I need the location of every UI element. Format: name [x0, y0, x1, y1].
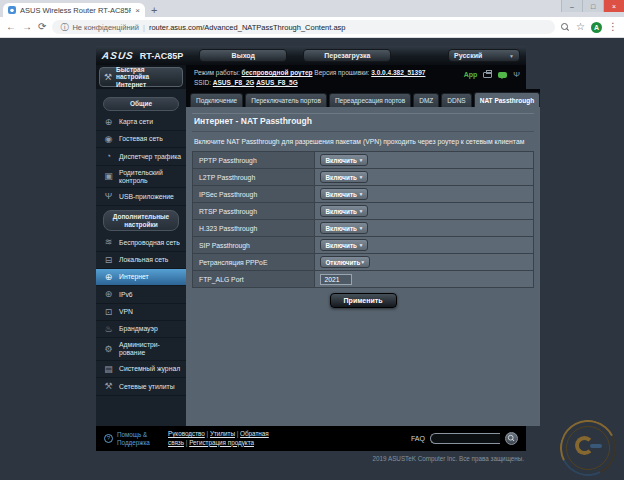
sidebar-item-network-tools[interactable]: ⚒ Сетевые утилиты [96, 378, 186, 395]
tab-ddns[interactable]: DDNS [441, 93, 471, 107]
tab-port-forwarding[interactable]: Переадресация портов [329, 93, 411, 107]
router-admin-app: ASUS RT-AC85P Выход Перезагрузка Русский… [96, 46, 526, 462]
chevron-down-icon: ▼ [358, 242, 363, 248]
menu-dots-icon[interactable]: ⋮ [608, 22, 618, 32]
tab-dmz[interactable]: DMZ [413, 93, 439, 107]
table-row: Ретрансляция PPPoE Отключить ▼ [193, 254, 533, 271]
chat-icon[interactable] [498, 72, 507, 78]
language-label: Русский [454, 52, 482, 59]
wan-tabs: Подключение Переключатель портов Переадр… [186, 89, 540, 107]
rtsp-passthrough-select[interactable]: Включить ▼ [320, 205, 368, 217]
chevron-down-icon: ▼ [358, 191, 363, 197]
row-label: SIP Passthrough [193, 237, 315, 253]
firmware-label: Версия прошивки: [314, 69, 369, 76]
sidebar-item-wan[interactable]: ⊕ Интернет [96, 269, 186, 286]
apply-button[interactable]: Применить [330, 293, 397, 308]
url-separator: | [143, 23, 145, 32]
back-icon[interactable]: ← [6, 22, 16, 32]
profile-avatar[interactable]: A [591, 22, 602, 33]
address-bar[interactable]: ⓘ Не конфіденційний | router.asus.com/Ad… [52, 20, 555, 34]
l2tp-passthrough-select[interactable]: Включить ▼ [320, 171, 368, 183]
pptp-passthrough-select[interactable]: Включить ▼ [320, 154, 368, 166]
faq-search-input[interactable] [430, 433, 500, 444]
sidebar-item-traffic-manager[interactable]: ◔ Диспетчер трафика [96, 148, 186, 165]
browser-tab[interactable]: ASUS Wireless Router RT-AC85P × [3, 3, 145, 17]
sidebar-item-wireless[interactable]: ≋ Беспроводная сеть [96, 234, 186, 251]
sidebar-item-label: Диспетчер трафика [119, 153, 181, 161]
traffic-manager-icon: ◔ [103, 151, 114, 161]
language-dropdown[interactable]: Русский ▼ [448, 49, 520, 62]
logout-button[interactable]: Выход [199, 49, 287, 62]
sidebar-item-network-map[interactable]: ⊕ Карта сети [96, 114, 186, 131]
h323-passthrough-select[interactable]: Включить ▼ [320, 222, 368, 234]
table-row: L2TP Passthrough Включить ▼ [193, 169, 533, 186]
chevron-down-icon: ▼ [358, 157, 363, 163]
window-close-button[interactable]: × [603, 0, 624, 12]
window-maximize-button[interactable]: □ [582, 0, 603, 12]
url-text[interactable]: router.asus.com/Advanced_NATPassThrough_… [149, 23, 346, 32]
manual-link[interactable]: Руководство [168, 430, 205, 437]
row-label: L2TP Passthrough [193, 169, 315, 185]
sidebar-section-general: Общие [103, 97, 179, 111]
ftp-alg-port-input[interactable] [320, 274, 352, 285]
router-model: RT-AC85P [140, 51, 184, 61]
usb-icon[interactable]: Ψ [513, 71, 520, 79]
window-minimize-button[interactable]: – [561, 0, 582, 12]
search-icon [508, 435, 515, 442]
page-background: ASUS RT-AC85P Выход Перезагрузка Русский… [0, 38, 624, 480]
app-link[interactable]: App [464, 70, 478, 81]
lan-icon: ⊟ [103, 255, 114, 265]
sidebar-item-label: Системный журнал [119, 365, 180, 373]
help-support-link[interactable]: ? Помощь & Поддержка [104, 431, 160, 446]
tab-favicon [8, 6, 16, 14]
sidebar-item-usb-application[interactable]: Ψ USB-приложение [96, 188, 186, 205]
sidebar-item-system-log[interactable]: ▤ Системный журнал [96, 361, 186, 378]
new-tab-button[interactable]: + [151, 4, 157, 17]
table-row: SIP Passthrough Включить ▼ [193, 237, 533, 254]
bookmark-star-icon[interactable]: ☆ [576, 22, 585, 32]
ssid-2g-link[interactable]: ASUS_F8_2G [213, 79, 255, 86]
row-label: Ретрансляция PPPoE [193, 254, 315, 270]
mode-link[interactable]: беспроводной роутер [242, 69, 313, 76]
browser-tab-strip: ASUS Wireless Router RT-AC85P × + – □ × [0, 0, 624, 17]
table-row: FTP_ALG Port [193, 271, 533, 288]
faq-label: FAQ [411, 435, 425, 442]
ssid-5g-link[interactable]: ASUS_F8_5G [256, 79, 298, 86]
utilities-link[interactable]: Утилиты [210, 430, 235, 437]
reload-icon[interactable]: ⟳ [38, 22, 46, 32]
sidebar-item-lan[interactable]: ⊟ Локальная сеть [96, 252, 186, 269]
settings-table: PPTP Passthrough Включить ▼ L2TP Passthr… [192, 151, 534, 288]
sip-passthrough-select[interactable]: Включить ▼ [320, 239, 368, 251]
tab-connection[interactable]: Подключение [190, 93, 243, 107]
wireless-icon: ≋ [103, 237, 114, 247]
firmware-link[interactable]: 3.0.0.4.382_51397 [371, 69, 425, 76]
printer-icon[interactable] [483, 72, 492, 78]
forward-icon[interactable]: → [22, 22, 32, 32]
sidebar-item-parental-control[interactable]: ▣ Родительский контроль [96, 166, 186, 189]
ipsec-passthrough-select[interactable]: Включить ▼ [320, 188, 368, 200]
sidebar-item-label: Карта сети [119, 118, 153, 126]
quick-setup-button[interactable]: ⚒ Быстрая настройка Интернет [99, 67, 183, 87]
row-label: PPTP Passthrough [193, 152, 315, 168]
tab-nat-passthrough[interactable]: NAT Passthrough [474, 92, 540, 107]
pppoe-relay-select[interactable]: Отключить ▼ [320, 256, 370, 268]
sidebar-item-administration[interactable]: ⚙ Администри­рование [96, 338, 186, 361]
tab-close-icon[interactable]: × [135, 6, 140, 15]
reboot-button[interactable]: Перезагрузка [303, 49, 391, 62]
zoom-icon[interactable] [561, 23, 570, 32]
chevron-down-icon: ▼ [358, 208, 363, 214]
product-registration-link[interactable]: Регистрация продукта [189, 439, 254, 446]
sidebar-item-guest-network[interactable]: ◉ Гостевая сеть [96, 131, 186, 148]
firewall-icon: ♨ [103, 324, 114, 334]
faq-search-button[interactable] [505, 432, 518, 445]
tab-port-trigger[interactable]: Переключатель портов [245, 93, 327, 107]
sidebar-item-ipv6[interactable]: ⊛ IPv6 [96, 286, 186, 303]
sidebar-item-firewall[interactable]: ♨ Брандмауэр [96, 321, 186, 338]
sidebar-item-vpn[interactable]: ⊡ VPN [96, 304, 186, 321]
table-row: H.323 Passthrough Включить ▼ [193, 220, 533, 237]
quick-setup-zone: ⚒ Быстрая настройка Интернет [96, 65, 186, 89]
sidebar-item-label: IPv6 [119, 291, 133, 299]
row-label: IPSec Passthrough [193, 186, 315, 202]
info-icon[interactable]: ⓘ [60, 22, 68, 33]
ipv6-icon: ⊛ [103, 289, 114, 299]
